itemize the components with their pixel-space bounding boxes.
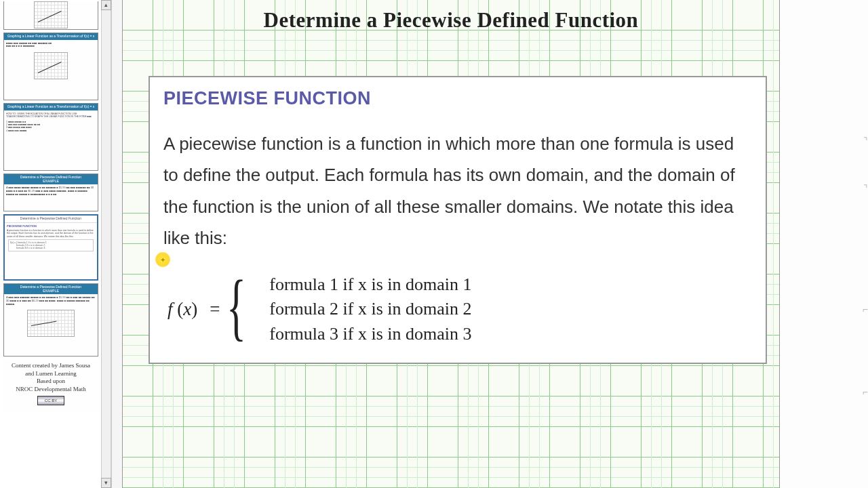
- thumbnail-slide[interactable]: Graphing a Linear Function as a Transfor…: [3, 33, 98, 100]
- left-brace: {: [226, 273, 246, 340]
- thumbnail-slide-current[interactable]: Determine a Piecewise Defined Function P…: [3, 214, 98, 281]
- credits-line: Based upon: [5, 378, 97, 386]
- cc-license-badge: CC BY: [37, 396, 64, 405]
- main-slide-area: Determine a Piecewise Defined Function P…: [112, 0, 780, 488]
- function-name: f (x): [167, 299, 203, 320]
- slide-thumbnail-panel: ▴ ▾ Graphing a Linear Function as a Tran…: [0, 0, 112, 488]
- scrollbar-track[interactable]: [101, 10, 111, 478]
- slide-title: Determine a Piecewise Defined Function: [123, 0, 779, 33]
- gutter-mark: ⌐: [863, 304, 868, 314]
- case-line: formula 1 if x is in domain 1: [269, 272, 471, 297]
- right-gutter: ⌝ ⌝ ⌐ ⌐: [780, 0, 868, 488]
- case-line: formula 3 if x is in domain 3: [269, 322, 471, 346]
- gutter-mark: ⌐: [863, 386, 868, 397]
- definition-box: PIECEWISE FUNCTION A piecewise function …: [149, 76, 767, 364]
- case-line: formula 2 if x is in domain 2: [269, 297, 471, 321]
- credits-line: Content created by James Sousa: [5, 362, 97, 370]
- thumbnail-list: Graphing a Linear Function as a Transfor…: [0, 0, 102, 488]
- cursor-highlight-icon: ✦: [155, 252, 170, 267]
- credits-line: NROC Developmental Math: [5, 386, 97, 394]
- thumbnail-slide[interactable]: Determine a Piecewise Defined FunctionEX…: [3, 283, 98, 357]
- box-heading: PIECEWISE FUNCTION: [163, 88, 752, 109]
- gutter-mark: ⌝: [863, 136, 868, 146]
- formula-cases: formula 1 if x is in domain 1 formula 2 …: [269, 272, 471, 346]
- thumbnail-credits[interactable]: Content created by James Sousa and Lumen…: [3, 359, 98, 412]
- gutter-mark: ⌝: [863, 183, 868, 194]
- scroll-up-button[interactable]: ▴: [101, 0, 111, 10]
- thumbnail-slide[interactable]: [3, 1, 98, 30]
- slide-canvas: Determine a Piecewise Defined Function P…: [122, 0, 780, 488]
- thumbnail-slide[interactable]: Determine a Piecewise Defined FunctionEX…: [3, 174, 98, 211]
- credits-line: and Lumen Learning: [5, 370, 97, 378]
- scroll-down-button[interactable]: ▾: [101, 478, 111, 488]
- thumbnail-slide[interactable]: Graphing a Linear Function as a Transfor…: [3, 103, 98, 171]
- piecewise-formula: f (x) = { formula 1 if x is in domain 1 …: [163, 272, 752, 346]
- box-body-text: A piecewise function is a function in wh…: [163, 128, 752, 253]
- equals-sign: =: [203, 299, 226, 320]
